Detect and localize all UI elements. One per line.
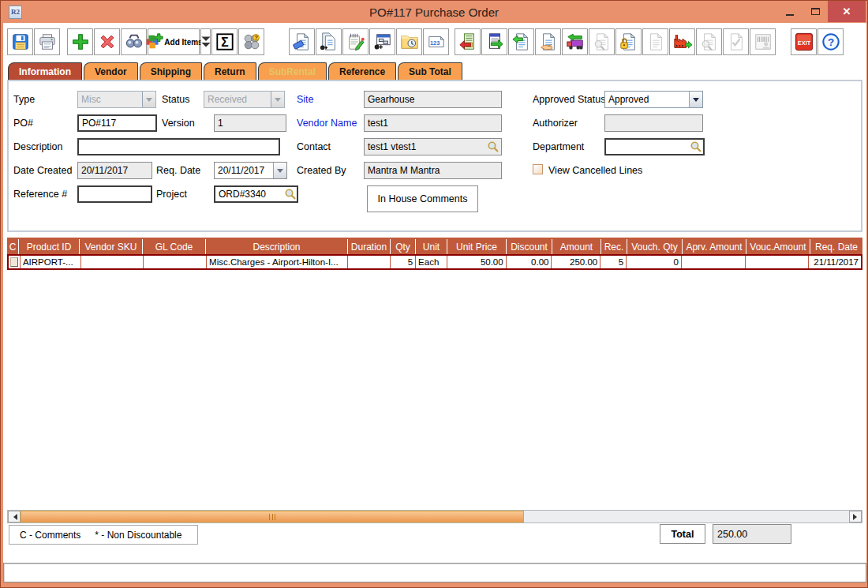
column-header-product-id[interactable]: Product ID <box>19 239 80 254</box>
toolbar-lock-button[interactable] <box>615 28 642 55</box>
toolbar-totals-button[interactable]: Σ <box>211 28 238 55</box>
version-field: 1 <box>214 114 286 132</box>
grid-legend: C - Comments * - Non Discountable <box>9 525 198 545</box>
cell-unit[interactable]: Each <box>416 256 447 268</box>
column-header-discount[interactable]: Discount <box>507 239 552 254</box>
toolbar-query-button[interactable]: ? <box>238 28 264 55</box>
reference-input[interactable] <box>79 187 151 201</box>
created-by-field: Mantra M Mantra <box>364 162 502 179</box>
column-header-duration[interactable]: Duration <box>348 239 391 254</box>
cell-gl-code[interactable] <box>144 256 207 268</box>
grid-row-selected[interactable]: AIRPORT-...Misc.Charges - Airport-Hilton… <box>7 254 862 270</box>
po-input[interactable] <box>79 116 155 130</box>
toolbar-save-button[interactable] <box>7 28 33 55</box>
chevron-down-icon[interactable] <box>273 163 286 178</box>
po-field[interactable] <box>77 114 157 132</box>
horizontal-scrollbar[interactable] <box>7 510 862 523</box>
purchase-order-window: R2 PO#117 Purchase Order ✕ Add ItemsΣ?12… <box>0 0 868 588</box>
legend-comments: C - Comments <box>20 530 80 541</box>
comment-cell-button[interactable] <box>10 257 18 267</box>
cell-qty[interactable]: 5 <box>391 256 416 268</box>
toolbar-line-grid-button[interactable] <box>369 28 395 55</box>
cell-rec-[interactable]: 5 <box>600 256 627 268</box>
toolbar-add-items-more-button[interactable] <box>200 28 211 55</box>
project-search-icon[interactable] <box>283 187 297 201</box>
column-header-vouc-amount[interactable]: Vouc.Amount <box>746 239 810 254</box>
toolbar-approve-button[interactable] <box>535 28 561 55</box>
column-header-rec-[interactable]: Rec. <box>601 239 627 254</box>
scroll-right-arrow[interactable] <box>849 511 862 522</box>
chevron-down-icon[interactable] <box>689 92 702 107</box>
date-created-label: Date Created <box>13 162 72 179</box>
toolbar-manufacture-button[interactable] <box>669 28 695 55</box>
department-field[interactable] <box>604 138 705 155</box>
project-input[interactable] <box>215 187 283 201</box>
column-header-description[interactable]: Description <box>206 239 348 254</box>
tab-return[interactable]: Return <box>204 62 256 80</box>
column-header-vouch-qty[interactable]: Vouch. Qty <box>627 239 683 254</box>
column-header-qty[interactable]: Qty <box>391 239 416 254</box>
cell-description[interactable]: Misc.Charges - Airport-Hilton-I... <box>207 256 348 268</box>
view-cancelled-lines-checkbox[interactable] <box>533 164 543 174</box>
site-label: Site <box>297 91 314 108</box>
chevron-down-icon <box>142 92 155 107</box>
close-button[interactable]: ✕ <box>828 1 866 22</box>
description-input[interactable] <box>79 140 279 154</box>
column-header-req-date[interactable]: Req. Date <box>810 239 862 254</box>
description-field[interactable] <box>77 138 280 155</box>
cell-product-id[interactable]: AIRPORT-... <box>21 256 81 268</box>
cell-vouc-amount[interactable] <box>746 256 810 268</box>
cell-duration[interactable] <box>348 256 391 268</box>
column-header-unit-price[interactable]: Unit Price <box>447 239 507 254</box>
contact-search-icon[interactable] <box>485 139 501 155</box>
cell-aprv-amount[interactable] <box>682 256 746 268</box>
toolbar-add-items-button[interactable]: Add Items <box>148 28 200 55</box>
toolbar-help-button[interactable]: ? <box>817 28 844 55</box>
toolbar-add-button[interactable] <box>67 28 93 55</box>
tab-information[interactable]: Information <box>8 62 82 80</box>
approved-status-combobox[interactable]: Approved <box>604 91 703 108</box>
toolbar-find-button[interactable] <box>121 28 147 55</box>
cell-amount[interactable]: 250.00 <box>552 256 600 268</box>
toolbar-exit-button[interactable]: EXIT <box>791 28 817 55</box>
cell-req-date[interactable]: 21/11/2017 <box>809 256 861 268</box>
column-header-aprv-amount[interactable]: Aprv. Amount <box>683 239 746 254</box>
cell-vendor-sku[interactable] <box>81 256 144 268</box>
minimize-button[interactable] <box>777 1 803 22</box>
toolbar-history-button[interactable] <box>396 28 422 55</box>
column-header-amount[interactable]: Amount <box>552 239 601 254</box>
toolbar-return-items-button[interactable] <box>508 28 534 55</box>
tab-reference[interactable]: Reference <box>328 62 396 80</box>
in-house-comments-button[interactable]: In House Comments <box>367 185 478 212</box>
toolbar-delete-button[interactable] <box>94 28 120 55</box>
toolbar-print-button[interactable] <box>34 28 60 55</box>
toolbar-count-123-button[interactable]: 123 <box>423 28 449 55</box>
tab-shipping[interactable]: Shipping <box>140 62 202 80</box>
scroll-left-arrow[interactable] <box>8 511 21 522</box>
tab-sub-total[interactable]: Sub Total <box>398 62 462 80</box>
toolbar-revise-button[interactable] <box>289 28 315 55</box>
req-date-picker[interactable]: 20/11/2017 <box>214 162 287 179</box>
chevron-down-icon <box>271 92 284 107</box>
cell-vouch-qty[interactable]: 0 <box>627 256 682 268</box>
reference-field[interactable] <box>77 185 152 203</box>
maximize-button[interactable] <box>803 1 828 22</box>
toolbar-document-2-button <box>642 28 668 55</box>
toolbar-attach-button[interactable] <box>316 28 342 55</box>
project-field[interactable] <box>214 185 298 203</box>
cell-c[interactable] <box>9 256 21 268</box>
department-search-icon[interactable] <box>690 140 703 154</box>
column-header-unit[interactable]: Unit <box>416 239 447 254</box>
cell-discount[interactable]: 0.00 <box>507 256 552 268</box>
column-header-gl-code[interactable]: GL Code <box>143 239 206 254</box>
column-header-vendor-sku[interactable]: Vendor SKU <box>80 239 143 254</box>
toolbar-invoice-out-button[interactable] <box>455 28 481 55</box>
department-input[interactable] <box>606 140 690 154</box>
cell-unit-price[interactable]: 50.00 <box>447 256 507 268</box>
scrollbar-thumb[interactable] <box>21 511 524 522</box>
toolbar-notes-button[interactable] <box>342 28 369 55</box>
toolbar-receive-items-button[interactable] <box>562 28 588 55</box>
column-header-c[interactable]: C <box>7 239 19 254</box>
tab-vendor[interactable]: Vendor <box>84 62 138 80</box>
toolbar-invoice-in-button[interactable] <box>481 28 507 55</box>
